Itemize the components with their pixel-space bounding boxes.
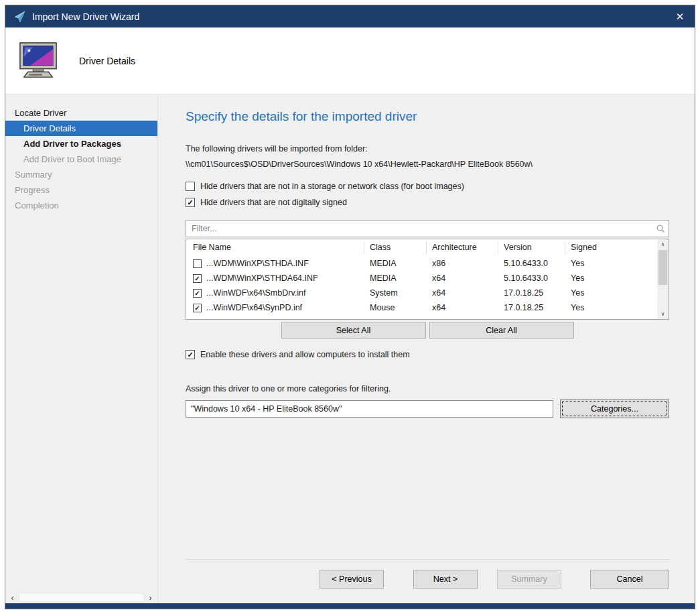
hide-storage-network-label: Hide drivers that are not in a storage o… (200, 182, 464, 191)
hide-unsigned-checkbox[interactable]: ✓ Hide drivers that are not digitally si… (186, 198, 669, 207)
step-add-driver-to-packages[interactable]: Add Driver to Packages (5, 136, 157, 151)
driver-class: MEDIA (364, 259, 427, 268)
hide-storage-network-checkbox[interactable]: Hide drivers that are not in a storage o… (186, 182, 669, 191)
wizard-footer: < Previous Next > Summary Cancel (186, 559, 669, 603)
page-title: Specify the details for the imported dri… (186, 109, 669, 124)
driver-file-name: ...WDM\WinXP\STHDA.INF (206, 259, 309, 268)
column-architecture[interactable]: Architecture (427, 241, 498, 254)
driver-architecture: x64 (427, 288, 498, 298)
titlebar: Import New Driver Wizard ✕ (5, 5, 695, 27)
driver-file-name: ...WinWDF\x64\SynPD.inf (206, 303, 302, 312)
driver-file-name: ...WDM\WinXP\STHDA64.INF (206, 273, 318, 283)
window-title: Import New Driver Wizard (32, 11, 139, 22)
row-checkbox[interactable] (193, 259, 202, 268)
step-progress: Progress (5, 182, 157, 198)
driver-row[interactable]: ✓ ...WDM\WinXP\STHDA64.INF MEDIA x64 5.1… (186, 271, 657, 286)
filter-input[interactable] (186, 224, 652, 233)
driver-architecture: x64 (427, 303, 498, 312)
driver-architecture: x86 (427, 259, 498, 268)
column-signed[interactable]: Signed (565, 241, 657, 254)
step-add-driver-to-boot-image: Add Driver to Boot Image (5, 151, 157, 167)
driver-row[interactable]: ✓ ...WinWDF\x64\SmbDrv.inf System x64 17… (186, 286, 657, 300)
import-folder-label: The following drivers will be imported f… (186, 144, 669, 154)
row-checkbox[interactable]: ✓ (193, 304, 202, 312)
step-summary: Summary (5, 167, 157, 182)
step-completion: Completion (5, 198, 157, 213)
driver-version: 5.10.6433.0 (498, 259, 565, 268)
enable-drivers-checkbox[interactable]: ✓ Enable these drivers and allow compute… (186, 350, 669, 359)
driver-signed: Yes (565, 273, 657, 283)
scroll-down-icon[interactable]: ∨ (657, 309, 669, 319)
driver-architecture: x64 (427, 273, 498, 283)
checkbox-unchecked[interactable] (186, 182, 195, 191)
wizard-banner: Driver Details (5, 27, 695, 95)
column-version[interactable]: Version (498, 241, 565, 254)
computer-icon (17, 42, 59, 80)
bottom-accent-strip (5, 603, 695, 609)
main-panel: Specify the details for the imported dri… (158, 95, 695, 603)
checkbox-checked[interactable]: ✓ (186, 198, 195, 207)
driver-list-header: File Name Class Architecture Version Sig… (186, 239, 657, 256)
wizard-dart-icon (13, 11, 25, 23)
horizontal-scroll-thumb[interactable] (19, 593, 144, 602)
category-row: Categories... (186, 400, 669, 418)
category-value-field[interactable] (186, 400, 553, 418)
driver-list-vertical-scrollbar[interactable]: ∧ ∨ (657, 239, 669, 319)
import-folder-path: \\cm01\Sources$\OSD\DriverSources\Window… (186, 160, 669, 169)
filter-field (186, 220, 669, 237)
scroll-right-icon[interactable]: › (145, 593, 155, 603)
import-driver-wizard-window: Import New Driver Wizard ✕ Driver Detail… (5, 5, 695, 609)
driver-version: 17.0.18.25 (498, 303, 565, 312)
scroll-left-icon[interactable]: ‹ (7, 593, 17, 603)
driver-class: System (364, 288, 427, 298)
search-icon (652, 224, 669, 234)
row-checkbox[interactable]: ✓ (193, 289, 202, 298)
driver-row[interactable]: ...WDM\WinXP\STHDA.INF MEDIA x86 5.10.64… (186, 256, 657, 271)
scroll-up-icon[interactable]: ∧ (657, 239, 669, 249)
driver-row[interactable]: ✓ ...WinWDF\x64\SynPD.inf Mouse x64 17.0… (186, 300, 657, 315)
selection-buttons: Select All Clear All (186, 322, 669, 339)
column-class[interactable]: Class (364, 241, 427, 254)
previous-button[interactable]: < Previous (320, 570, 384, 589)
wizard-steps-sidebar: Locate Driver Driver Details Add Driver … (5, 95, 158, 603)
row-checkbox[interactable]: ✓ (193, 274, 202, 283)
driver-version: 17.0.18.25 (498, 288, 565, 298)
column-file-name[interactable]: File Name (186, 241, 364, 254)
close-icon[interactable]: ✕ (665, 5, 695, 27)
driver-file-name: ...WinWDF\x64\SmbDrv.inf (206, 288, 305, 298)
summary-button: Summary (497, 570, 561, 589)
driver-version: 5.10.6433.0 (498, 273, 565, 283)
hide-unsigned-label: Hide drivers that are not digitally sign… (200, 198, 347, 207)
driver-signed: Yes (565, 288, 657, 298)
step-driver-details[interactable]: Driver Details (5, 121, 157, 136)
enable-drivers-label: Enable these drivers and allow computers… (200, 350, 410, 359)
clear-all-button[interactable]: Clear All (429, 322, 574, 339)
sidebar-horizontal-scrollbar[interactable]: ‹ › (5, 592, 157, 603)
step-locate-driver[interactable]: Locate Driver (5, 105, 157, 121)
driver-class: Mouse (364, 303, 427, 312)
driver-class: MEDIA (364, 273, 427, 283)
driver-signed: Yes (565, 303, 657, 312)
cancel-button[interactable]: Cancel (590, 570, 669, 589)
checkbox-checked[interactable]: ✓ (186, 350, 195, 359)
next-button[interactable]: Next > (413, 570, 478, 589)
assign-categories-label: Assign this driver to one or more catego… (186, 384, 669, 393)
driver-signed: Yes (565, 259, 657, 268)
vertical-scroll-thumb[interactable] (658, 250, 667, 285)
select-all-button[interactable]: Select All (281, 322, 426, 339)
driver-list: File Name Class Architecture Version Sig… (186, 239, 669, 320)
wizard-body: Locate Driver Driver Details Add Driver … (5, 95, 695, 603)
banner-title: Driver Details (79, 56, 135, 66)
categories-button[interactable]: Categories... (560, 400, 669, 418)
